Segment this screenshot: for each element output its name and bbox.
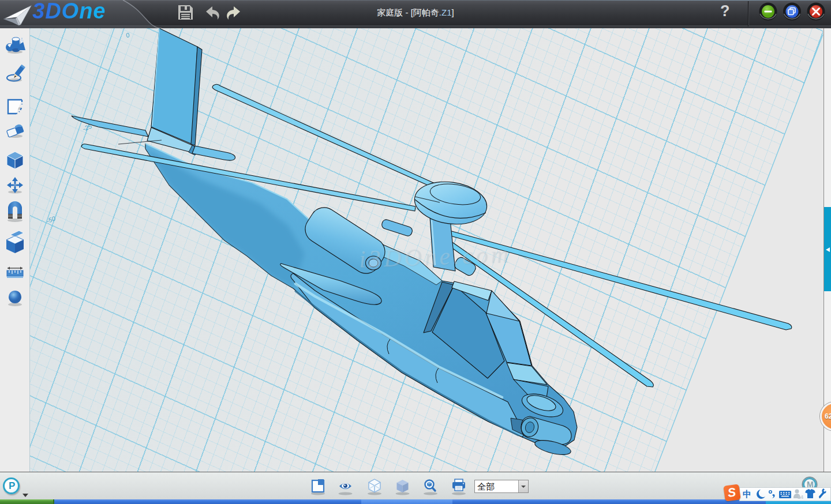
svg-text:14: 14: [798, 494, 803, 500]
svg-text:中: 中: [743, 489, 751, 499]
